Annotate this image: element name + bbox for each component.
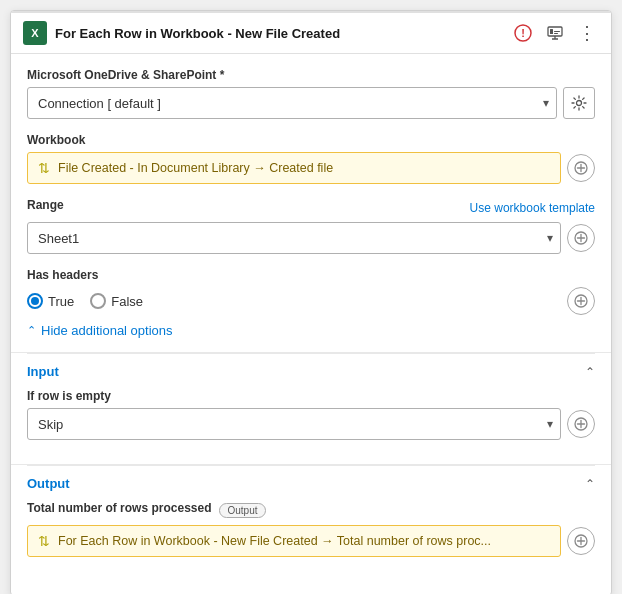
output-section-header[interactable]: Output ⌃ (27, 465, 595, 501)
range-group: Range Use workbook template Sheet1 ▾ (27, 198, 595, 254)
input-section-content: If row is empty Skip ▾ (27, 389, 595, 464)
use-workbook-template-link[interactable]: Use workbook template (470, 201, 595, 215)
total-rows-label-row: Total number of rows processed Output (27, 501, 595, 520)
has-headers-label: Has headers (27, 268, 595, 282)
connection-select[interactable]: Connection [ default ] (27, 87, 557, 119)
body: Microsoft OneDrive & SharePoint * Connec… (11, 54, 611, 594)
header: X For Each Row in Workbook - New File Cr… (11, 13, 611, 54)
connection-label: Microsoft OneDrive & SharePoint * (27, 68, 595, 82)
output-section-title: Output (27, 476, 70, 491)
svg-point-8 (577, 101, 582, 106)
radio-true-label: True (48, 294, 74, 309)
range-label: Range (27, 198, 64, 212)
hide-options-row[interactable]: ⌃ Hide additional options (27, 323, 595, 338)
connection-group: Microsoft OneDrive & SharePoint * Connec… (27, 68, 595, 119)
output-add-btn[interactable] (567, 527, 595, 555)
workbook-label: Workbook (27, 133, 595, 147)
workbook-row: ⇅ File Created - In Document Library → C… (27, 152, 595, 184)
svg-text:!: ! (521, 27, 525, 39)
output-section-content: Total number of rows processed Output ⇅ … (27, 501, 595, 581)
radio-true-option[interactable]: True (27, 293, 74, 309)
workbook-text: File Created - In Document Library → Cre… (58, 161, 333, 175)
output-row: ⇅ For Each Row in Workbook - New File Cr… (27, 525, 595, 557)
if-row-empty-group: If row is empty Skip ▾ (27, 389, 595, 440)
range-row: Sheet1 ▾ (27, 222, 595, 254)
input-section-title: Input (27, 364, 59, 379)
input-chevron-icon: ⌃ (585, 365, 595, 379)
range-label-row: Range Use workbook template (27, 198, 595, 217)
workbook-add-btn[interactable] (567, 154, 595, 182)
if-row-empty-select-wrapper: Skip ▾ (27, 408, 561, 440)
workbook-group: Workbook ⇅ File Created - In Document Li… (27, 133, 595, 184)
monitor-icon-btn[interactable] (543, 21, 567, 45)
connection-select-wrapper: Connection [ default ] ▾ (27, 87, 557, 119)
output-chevron-icon: ⌃ (585, 477, 595, 491)
connection-gear-btn[interactable] (563, 87, 595, 119)
svg-rect-7 (554, 33, 558, 34)
radio-row: True False (27, 293, 143, 309)
total-rows-label: Total number of rows processed (27, 501, 211, 515)
header-actions: ! ⋮ (511, 21, 599, 45)
svg-rect-5 (550, 29, 553, 34)
output-value-text: For Each Row in Workbook - New File Crea… (58, 534, 491, 548)
if-row-empty-select[interactable]: Skip (27, 408, 561, 440)
radio-false-option[interactable]: False (90, 293, 143, 309)
more-options-btn[interactable]: ⋮ (575, 21, 599, 45)
output-value-box[interactable]: ⇅ For Each Row in Workbook - New File Cr… (27, 525, 561, 557)
range-select[interactable]: Sheet1 (27, 222, 561, 254)
output-badge: Output (219, 503, 265, 518)
output-arrows-icon: ⇅ (38, 533, 50, 549)
excel-icon: X (23, 21, 47, 45)
has-headers-row: True False (27, 287, 595, 315)
total-rows-group: Total number of rows processed Output ⇅ … (27, 501, 595, 557)
svg-rect-6 (554, 31, 560, 32)
chevron-up-icon: ⌃ (27, 324, 36, 337)
if-row-empty-add-btn[interactable] (567, 410, 595, 438)
workbook-arrows-icon: ⇅ (38, 160, 50, 176)
if-row-empty-row: Skip ▾ (27, 408, 595, 440)
radio-false-label: False (111, 294, 143, 309)
radio-false-circle (90, 293, 106, 309)
range-add-btn[interactable] (567, 224, 595, 252)
input-section-header[interactable]: Input ⌃ (27, 353, 595, 389)
range-select-wrapper: Sheet1 ▾ (27, 222, 561, 254)
main-card: X For Each Row in Workbook - New File Cr… (10, 10, 612, 594)
hide-options-text: Hide additional options (41, 323, 173, 338)
has-headers-group: Has headers True False (27, 268, 595, 315)
if-row-empty-label: If row is empty (27, 389, 595, 403)
connection-row: Connection [ default ] ▾ (27, 87, 595, 119)
headers-add-btn[interactable] (567, 287, 595, 315)
error-icon-btn[interactable]: ! (511, 21, 535, 45)
header-title: For Each Row in Workbook - New File Crea… (55, 26, 503, 41)
radio-true-circle (27, 293, 43, 309)
workbook-box[interactable]: ⇅ File Created - In Document Library → C… (27, 152, 561, 184)
